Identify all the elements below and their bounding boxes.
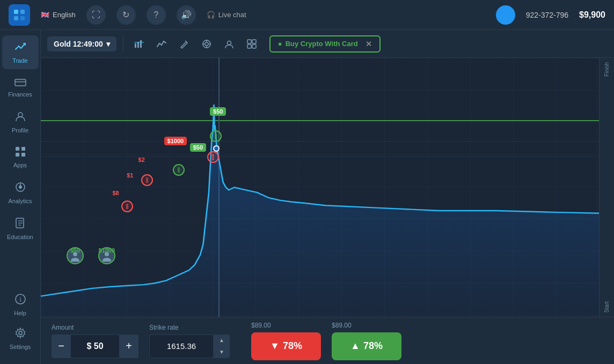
headset-icon: 🎧 [207,11,215,19]
apps-icon [15,146,26,160]
trade-badge-50-mid: $50 [190,143,206,152]
up-arrow-icon: ▲ [350,340,360,352]
amount-plus-button[interactable]: + [119,335,138,358]
svg-rect-7 [16,147,19,151]
chart-finish-label: Finish [604,62,610,77]
trade-down-button[interactable]: ▼ 78% [251,332,321,360]
volume-button[interactable]: 🔊 [177,5,196,25]
sidebar-label-help: Help [14,310,26,316]
sidebar: Trade Finances Profile Apps Analytics Ed… [0,30,41,364]
app-logo[interactable] [9,4,30,26]
chart-current-dot [213,145,220,152]
svg-rect-35 [247,44,251,48]
profile-icon [14,110,26,125]
symbol-name: Gold 12:49:00 [54,40,103,48]
avatar-label-2: $1000 [99,247,115,254]
price-down-label: $89.00 [251,322,321,329]
chart-type-bar-button[interactable] [130,35,148,53]
draw-tool-button[interactable] [175,35,193,53]
sidebar-label-apps: Apps [13,162,27,168]
trade-up-button[interactable]: ▲ 78% [332,332,401,360]
sidebar-label-analytics: Analytics [8,198,32,204]
svg-point-20 [19,331,22,335]
trade-badge-50-top: $50 [210,107,226,116]
chart-start-label: Start [604,301,610,313]
livechat-label: Live chat [218,11,246,19]
trade-icon [14,41,26,55]
svg-rect-2 [14,16,18,20]
username: 922-372-796 [526,11,568,19]
svg-rect-34 [252,40,256,43]
sidebar-label-profile: Profile [12,127,28,133]
user-tool-button[interactable] [220,35,238,53]
settings-icon [14,327,26,341]
chart-area: Finish Start $50 $50 $1000 [41,58,614,317]
avatar[interactable] [496,5,515,25]
sidebar-item-help[interactable]: i Help [2,288,39,322]
chart-marker-green-2 [173,164,185,176]
trade-amt-8: $8 [113,190,119,196]
sidebar-item-analytics[interactable]: Analytics [2,176,39,210]
help-button[interactable]: ? [147,5,166,25]
svg-rect-8 [21,147,25,151]
sidebar-item-education[interactable]: Education [2,212,39,246]
livechat-button[interactable]: 🎧 Live chat [207,11,246,19]
top-navbar: 🇬🇧 English ⛶ ↻ ? 🔊 🎧 Live chat 922-372-7… [0,0,614,30]
finances-icon [14,77,26,89]
amount-label: Amount [52,324,138,331]
amount-minus-button[interactable]: − [52,335,71,358]
strike-arrows: ▲ ▼ [214,335,230,358]
svg-point-12 [19,185,22,189]
strike-control: ▲ ▼ [149,335,230,358]
sidebar-label-education: Education [7,234,33,240]
sidebar-item-profile[interactable]: Profile [2,105,39,139]
avatar-label-1: $50 [70,247,80,254]
trade-amt-1: $1 [127,172,133,179]
amount-input[interactable] [71,335,119,358]
sidebar-item-apps[interactable]: Apps [2,141,39,174]
trade-down-section: $89.00 ▼ 78% [251,322,321,360]
chart-marker-red-3 [121,200,133,212]
svg-rect-0 [14,10,18,14]
svg-rect-23 [140,40,142,48]
buy-crypto-label: Buy Crypto With Card [286,40,358,48]
sidebar-item-finances[interactable]: Finances [2,71,39,103]
amount-section: Amount − + [52,324,138,358]
svg-rect-1 [20,10,25,14]
strike-rate-section: Strike rate ▲ ▼ [149,324,230,358]
chart-right-axis: Finish Start [599,58,614,317]
svg-rect-45 [126,204,128,209]
svg-point-27 [205,42,208,46]
strike-up-button[interactable]: ▲ [214,335,230,346]
strike-down-button[interactable]: ▼ [214,346,230,358]
sidebar-item-trade[interactable]: Trade [2,35,39,69]
language-selector[interactable]: 🇬🇧 English [41,11,76,19]
sidebar-label-trade: Trade [12,57,27,64]
sidebar-item-settings[interactable]: Settings [2,322,39,355]
chart-toolbar: Gold 12:49:00 ▾ ● Buy Crypto With Card ✕ [41,30,614,58]
svg-rect-44 [146,177,148,183]
price-up-label: $89.00 [332,322,401,329]
help-circle-icon: i [14,293,26,308]
svg-point-32 [227,41,231,44]
flag-icon: 🇬🇧 [41,11,49,19]
dropdown-icon: ▾ [106,40,110,48]
layout-tool-button[interactable] [243,35,261,53]
refresh-button[interactable]: ↻ [116,5,136,25]
target-tool-button[interactable] [198,35,216,53]
svg-rect-22 [137,42,139,48]
sidebar-label-finances: Finances [8,91,32,98]
strike-label: Strike rate [149,324,230,331]
svg-rect-43 [178,167,180,173]
close-crypto-banner-button[interactable]: ✕ [366,40,372,48]
bottom-panel: Amount − + Strike rate ▲ ▼ $89.00 ▼ 78% [41,317,614,364]
chart-type-wave-button[interactable] [152,35,171,53]
symbol-selector[interactable]: Gold 12:49:00 ▾ [47,36,116,51]
svg-text:i: i [19,296,21,303]
strike-input[interactable] [149,335,214,358]
buy-crypto-button[interactable]: ● Buy Crypto With Card ✕ [269,35,381,53]
sidebar-label-settings: Settings [10,344,31,350]
svg-rect-10 [21,153,25,157]
expand-button[interactable]: ⛶ [86,5,106,25]
chart-svg [41,58,599,317]
